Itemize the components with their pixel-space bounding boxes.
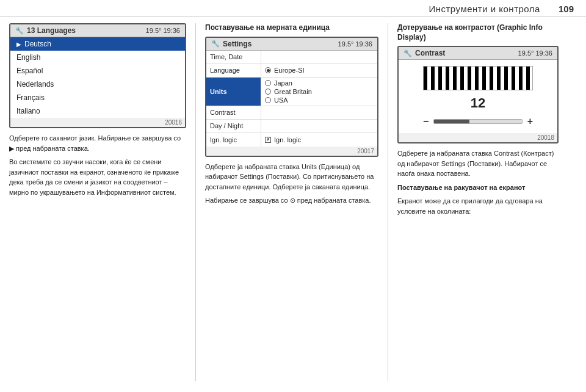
settings-label-language: Language [206, 64, 261, 77]
contrast-value: 12 [471, 95, 485, 111]
screen-settings-status: 19.5° 19:36 [338, 40, 372, 48]
lang-item-deutsch[interactable]: Deutsch [10, 37, 185, 51]
settings-label-contrast: Contrast [206, 106, 261, 119]
settings-row-contrast: Contrast [206, 106, 377, 120]
option-usa-label: USA [274, 96, 288, 104]
col-mid-body-2: Набирање се завршува со ⊙ пред набраната… [205, 195, 378, 206]
contrast-pattern [423, 66, 533, 90]
option-great-britain-label: Great Britain [274, 88, 312, 95]
screen-wrench-icon: 🔧 [15, 27, 24, 35]
contrast-screen: 🔧 Contrast 19.5° 19:36 12 − + 20018 [397, 46, 559, 143]
language-list: Deutsch English Español Nederlands Franç… [10, 37, 185, 118]
contrast-content: 12 − + [399, 60, 557, 133]
screen-settings-footer: 20017 [206, 147, 377, 156]
settings-row-language: Language Europe-SI [206, 64, 377, 78]
settings-label-units: Units [206, 78, 261, 106]
settings-label-ignlogic: Ign. logic [206, 133, 261, 147]
settings-grid: Time, Date Language Europe-SI Units [206, 51, 377, 147]
screen-header-contrast: 🔧 Contrast 19.5° 19:36 [399, 47, 557, 60]
option-europe-si[interactable]: Europe-SI [265, 66, 374, 74]
col-mid-body-1: Одберете ја набраната ставка Units (Един… [205, 162, 378, 192]
col-right-body-2: Поставување на ракувачот на екранот [397, 183, 559, 193]
radio-europe-si [265, 67, 271, 73]
option-japan[interactable]: Japan [265, 79, 374, 87]
radio-great-britain [265, 89, 271, 95]
col-left-body-1: Одберете го саканиот јазик. Набирање се … [9, 133, 186, 153]
screen-languages-status: 19.5° 19:36 [146, 27, 180, 34]
contrast-slider-fill [434, 120, 469, 123]
lang-item-italiano[interactable]: Italiano [10, 104, 185, 118]
lang-item-espanol[interactable]: Español [10, 64, 185, 78]
lang-item-english[interactable]: English [10, 51, 185, 64]
settings-options-units: Japan Great Britain USA [261, 78, 377, 106]
col-right-body-3: Екранот може да се прилагоди да одговара… [397, 196, 559, 216]
settings-label-timedate: Time, Date [206, 51, 261, 64]
option-usa[interactable]: USA [265, 96, 374, 104]
col-right-body-1: Одберете ја набраната ставка Contrast (К… [397, 148, 559, 179]
settings-row-daynight: Day / Night [206, 120, 377, 133]
col-mid-heading: Поставување на мерната единица [205, 23, 378, 33]
page-title: Инструменти и контрола [429, 4, 540, 14]
lang-item-francais[interactable]: Français [10, 91, 185, 104]
settings-screen: 🔧 Settings 19.5° 19:36 Time, Date Langua… [205, 37, 378, 157]
option-ignlogic[interactable]: Ign. logic [265, 136, 374, 144]
screen-contrast-footer: 20018 [399, 133, 557, 142]
page-number: 109 [559, 4, 574, 14]
screen-settings-title: Settings [223, 40, 251, 48]
settings-options-ignlogic: Ign. logic [261, 133, 377, 147]
settings-options-daynight [261, 120, 377, 132]
lang-item-nederlands[interactable]: Nederlands [10, 78, 185, 91]
option-japan-label: Japan [274, 79, 292, 87]
checkbox-ignlogic [265, 137, 271, 143]
screen-header-left: 🔧 13 Languages [15, 26, 76, 35]
settings-options-language: Europe-SI [261, 64, 377, 77]
option-ignlogic-label: Ign. logic [274, 136, 301, 143]
contrast-slider-row: − + [423, 116, 533, 127]
screen-languages-title: 13 Languages [27, 26, 76, 35]
settings-options-timedate [261, 51, 377, 64]
main-content: 🔧 13 Languages 19.5° 19:36 Deutsch Engli… [0, 17, 586, 387]
contrast-plus-button[interactable]: + [527, 116, 533, 127]
contrast-minus-button[interactable]: − [423, 116, 429, 127]
col-mid: Поставување на мерната единица 🔧 Setting… [195, 23, 378, 381]
screen-contrast-title: Contrast [415, 49, 445, 57]
col-left: 🔧 13 Languages 19.5° 19:36 Deutsch Engli… [9, 23, 186, 381]
screen-header-settings-left: 🔧 Settings [211, 40, 251, 48]
page-header: Инструменти и контрола 109 [0, 0, 586, 17]
radio-japan [265, 80, 271, 86]
option-great-britain[interactable]: Great Britain [265, 87, 374, 96]
radio-usa [265, 97, 271, 103]
settings-row-timedate: Time, Date [206, 51, 377, 64]
screen-header-settings: 🔧 Settings 19.5° 19:36 [206, 38, 377, 51]
contrast-slider-track[interactable] [433, 119, 522, 124]
settings-label-daynight: Day / Night [206, 120, 261, 132]
settings-row-units: Units Japan Great Britain USA [206, 78, 377, 106]
languages-screen: 🔧 13 Languages 19.5° 19:36 Deutsch Engli… [9, 23, 186, 128]
screen-settings-wrench-icon: 🔧 [211, 40, 220, 48]
option-europe-si-label: Europe-SI [274, 67, 305, 74]
col-left-body-2: Во системите со звучни насоки, кога ќе с… [9, 157, 186, 197]
screen-languages-footer: 20016 [10, 118, 185, 127]
screen-contrast-status: 19.5° 19:36 [518, 49, 552, 57]
col-right-heading: Дотерување на контрастот (Graphic Info D… [397, 23, 559, 42]
settings-options-contrast [261, 106, 377, 119]
settings-row-ignlogic: Ign. logic Ign. logic [206, 133, 377, 147]
screen-contrast-wrench-icon: 🔧 [403, 49, 412, 57]
screen-header-languages: 🔧 13 Languages 19.5° 19:36 [10, 24, 185, 37]
col-right: Дотерување на контрастот (Graphic Info D… [388, 23, 559, 381]
screen-header-contrast-left: 🔧 Contrast [403, 49, 445, 57]
